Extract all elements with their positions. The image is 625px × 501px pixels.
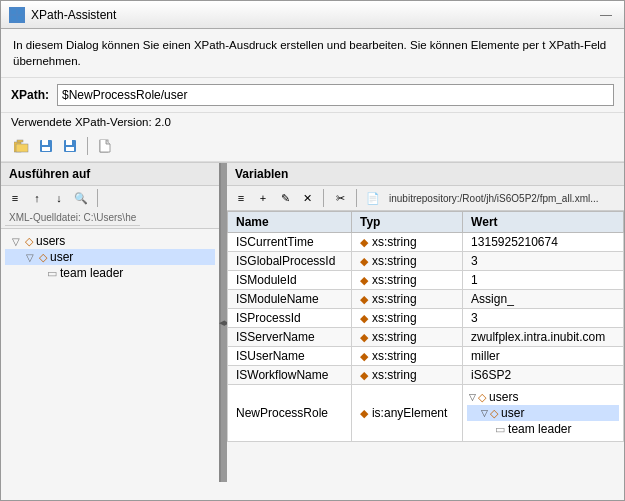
table-row[interactable]: ISModuleId ◆xs:string 1	[228, 271, 624, 290]
var-list-button[interactable]: ≡	[231, 188, 251, 208]
table-tree-user-label: user	[501, 406, 524, 420]
cell-name: ISWorkflowName	[228, 366, 352, 385]
main-toolbar	[1, 131, 624, 162]
var-cut-button[interactable]: ✂	[330, 188, 350, 208]
cell-type: ◆xs:string	[351, 233, 462, 252]
cell-type: ◆xs:string	[351, 271, 462, 290]
table-tree-team-leader-label: team leader	[508, 422, 571, 436]
svg-rect-12	[66, 140, 72, 145]
variables-table: Name Typ Wert ISCurrentTime ◆xs:string 1…	[227, 211, 624, 442]
tree-row-team-leader[interactable]: ▭ team leader	[5, 265, 215, 281]
cell-type: ◆xs:string	[351, 347, 462, 366]
main-content: Ausführen auf ≡ ↑ ↓ 🔍 XML-Quelldatei: C:…	[1, 162, 624, 482]
xpath-bar: XPath:	[1, 78, 624, 113]
xpath-input[interactable]	[57, 84, 614, 106]
new-process-tree: ▽ ◇ users ▽ ◇ user	[467, 387, 619, 439]
table-row[interactable]: ISModuleName ◆xs:string Assign_	[228, 290, 624, 309]
svg-rect-0	[11, 9, 16, 14]
tree-down-button[interactable]: ↓	[49, 188, 69, 208]
cell-value: miller	[463, 347, 624, 366]
description-text: In diesem Dialog können Sie einen XPath-…	[1, 29, 624, 78]
col-type: Typ	[351, 212, 462, 233]
cell-value-new-process: ▽ ◇ users ▽ ◇ user	[463, 385, 624, 442]
cell-value: 3	[463, 252, 624, 271]
svg-rect-2	[11, 16, 16, 21]
left-toolbar-separator	[97, 189, 98, 207]
table-tree-users-label: users	[489, 390, 518, 404]
left-panel-header: Ausführen auf	[1, 163, 219, 186]
left-panel-toolbar: ≡ ↑ ↓ 🔍 XML-Quelldatei: C:\Users\he	[1, 186, 219, 229]
svg-rect-13	[66, 147, 74, 151]
save-button[interactable]	[35, 135, 57, 157]
user-label: user	[50, 250, 73, 264]
cell-type: ◆xs:string	[351, 290, 462, 309]
tree-row-users[interactable]: ▽ ◇ users	[5, 233, 215, 249]
table-row[interactable]: ISUserName ◆xs:string miller	[228, 347, 624, 366]
table-row[interactable]: ISServerName ◆xs:string zwulfplex.intra.…	[228, 328, 624, 347]
var-file-button[interactable]: 📄	[363, 188, 383, 208]
svg-rect-5	[17, 140, 23, 142]
svg-rect-1	[18, 9, 23, 14]
version-text: Verwendete XPath-Version: 2.0	[11, 116, 171, 128]
title-bar: XPath-Assistent —	[1, 1, 624, 29]
toolbar-separator	[87, 137, 88, 155]
cell-name-new-process: NewProcessRole	[228, 385, 352, 442]
table-row[interactable]: ISGlobalProcessId ◆xs:string 3	[228, 252, 624, 271]
cell-value: 1	[463, 271, 624, 290]
minimize-button[interactable]: —	[596, 8, 616, 22]
cell-name: ISModuleId	[228, 271, 352, 290]
toggle-user[interactable]: ▽	[23, 250, 37, 264]
save-as-button[interactable]	[59, 135, 81, 157]
var-add-button[interactable]: +	[253, 188, 273, 208]
version-bar: Verwendete XPath-Version: 2.0	[1, 113, 624, 131]
tree-row-user[interactable]: ▽ ◇ user	[5, 249, 215, 265]
team-leader-label: team leader	[60, 266, 123, 280]
svg-rect-10	[48, 140, 50, 143]
toggle-users[interactable]: ▽	[9, 234, 23, 248]
user-element-icon: ◇	[39, 251, 47, 264]
cell-type: ◆xs:string	[351, 328, 462, 347]
new-document-button[interactable]	[94, 135, 116, 157]
table-tree-row-users[interactable]: ▽ ◇ users	[467, 389, 619, 405]
right-toolbar-sep1	[323, 189, 324, 207]
cell-name: ISModuleName	[228, 290, 352, 309]
cell-type: ◆xs:string	[351, 309, 462, 328]
cell-value: Assign_	[463, 290, 624, 309]
left-source-path: XML-Quelldatei: C:\Users\he	[5, 210, 140, 226]
open-folder-button[interactable]	[11, 135, 33, 157]
tree-search-button[interactable]: 🔍	[71, 188, 91, 208]
svg-rect-8	[42, 140, 48, 145]
right-panel-header: Variablen	[227, 163, 624, 186]
xpath-label: XPath:	[11, 88, 49, 102]
cell-name: ISServerName	[228, 328, 352, 347]
var-delete-button[interactable]: ✕	[297, 188, 317, 208]
table-row[interactable]: ISWorkflowName ◆xs:string iS6SP2	[228, 366, 624, 385]
tree-expand-button[interactable]: ≡	[5, 188, 25, 208]
right-toolbar-sep2	[356, 189, 357, 207]
right-source-path: inubitrepository:/Root/jh/iS6O5P2/fpm_al…	[389, 193, 599, 204]
cell-name: ISProcessId	[228, 309, 352, 328]
team-leader-text-icon: ▭	[47, 267, 57, 280]
var-edit-button[interactable]: ✎	[275, 188, 295, 208]
table-row[interactable]: ISProcessId ◆xs:string 3	[228, 309, 624, 328]
cell-value: zwulfplex.intra.inubit.com	[463, 328, 624, 347]
svg-rect-9	[42, 147, 50, 151]
toggle-team-leader[interactable]	[37, 266, 45, 280]
right-panel-toolbar: ≡ + ✎ ✕ ✂ 📄 inubitrepository:/Root/jh/iS…	[227, 186, 624, 211]
col-name: Name	[228, 212, 352, 233]
svg-rect-3	[18, 16, 23, 21]
table-tree-row-team-leader[interactable]: ▭ team leader	[467, 421, 619, 437]
variables-table-area: Name Typ Wert ISCurrentTime ◆xs:string 1…	[227, 211, 624, 482]
table-row-new-process[interactable]: NewProcessRole ◆is:anyElement ▽ ◇ u	[228, 385, 624, 442]
col-value: Wert	[463, 212, 624, 233]
cell-name: ISCurrentTime	[228, 233, 352, 252]
cell-type: ◆xs:string	[351, 252, 462, 271]
users-element-icon: ◇	[25, 235, 33, 248]
table-tree-row-user[interactable]: ▽ ◇ user	[467, 405, 619, 421]
left-tree-area[interactable]: ▽ ◇ users ▽ ◇ user ▭ team leader	[1, 229, 219, 482]
tree-nav-button[interactable]: ↑	[27, 188, 47, 208]
table-row[interactable]: ISCurrentTime ◆xs:string 1315925210674	[228, 233, 624, 252]
cell-value: iS6SP2	[463, 366, 624, 385]
cell-type: ◆xs:string	[351, 366, 462, 385]
window-icon	[9, 7, 25, 23]
